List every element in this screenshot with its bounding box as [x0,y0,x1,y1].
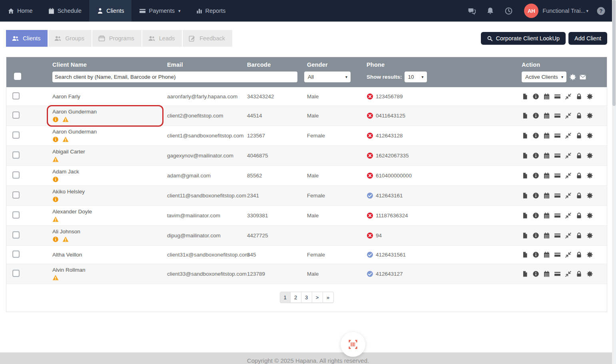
warning-icon[interactable] [62,236,69,243]
compress-icon[interactable] [565,192,572,199]
file-icon[interactable] [522,152,528,159]
page-3-button[interactable]: 3 [301,292,312,303]
calendar-icon[interactable] [543,251,550,258]
lock-icon[interactable] [576,271,582,277]
gear-icon[interactable] [586,192,593,199]
compress-icon[interactable] [565,271,572,277]
chat-icon[interactable] [462,7,481,15]
row-checkbox[interactable] [12,171,20,179]
info-icon[interactable] [532,132,539,139]
nav-payments[interactable]: Payments ▾ [132,0,188,22]
card-icon[interactable] [554,152,561,159]
calendar-icon[interactable] [543,132,550,139]
file-icon[interactable] [522,112,528,119]
next-page-button[interactable]: > [312,292,323,303]
lock-icon[interactable] [576,172,582,179]
calendar-icon[interactable] [543,172,550,179]
compress-icon[interactable] [565,212,572,219]
calendar-icon[interactable] [543,112,550,119]
info-icon[interactable] [532,212,539,219]
row-checkbox[interactable] [12,231,20,239]
page-2-button[interactable]: 2 [291,292,301,303]
nav-reports[interactable]: Reports [188,0,233,22]
clock-icon[interactable] [499,7,518,15]
tab-clients[interactable]: Clients [6,30,48,47]
client-name[interactable]: Adam Jack [52,169,161,175]
nav-home[interactable]: Home [0,0,40,22]
chevron-down-icon[interactable]: ▾ [586,8,588,14]
info-icon[interactable] [532,152,539,159]
last-page-button[interactable]: » [323,292,334,303]
tab-groups[interactable]: Groups [48,30,92,47]
tab-feedback[interactable]: Feedback [183,30,233,47]
client-name[interactable]: Alexander Doyle [52,209,161,215]
file-icon[interactable] [522,172,528,179]
row-checkbox[interactable] [12,251,20,258]
file-icon[interactable] [522,232,528,239]
gear-icon[interactable] [586,172,593,179]
account-name[interactable]: Functional Trai... [542,8,585,14]
warning-icon[interactable] [52,274,59,281]
search-input[interactable] [52,72,297,82]
info-icon[interactable] [52,176,59,183]
compress-icon[interactable] [565,172,572,179]
lock-icon[interactable] [576,232,582,239]
lock-icon[interactable] [576,93,582,100]
card-icon[interactable] [554,192,561,199]
calendar-icon[interactable] [543,232,550,239]
info-icon[interactable] [52,116,59,123]
file-icon[interactable] [522,132,528,139]
bell-icon[interactable] [481,7,499,15]
compress-icon[interactable] [565,152,572,159]
row-checkbox[interactable] [12,92,20,99]
mail-icon[interactable] [579,74,586,81]
warning-icon[interactable] [52,156,59,163]
lock-icon[interactable] [576,132,582,139]
gear-icon[interactable] [586,112,593,119]
client-name[interactable]: Aaron Gunderman [52,129,161,135]
add-client-button[interactable]: Add Client [568,32,607,45]
avatar[interactable]: AH [524,4,538,18]
warning-icon[interactable] [62,136,69,143]
show-results-select[interactable]: 10 ▾ [405,72,427,82]
info-icon[interactable] [52,196,59,203]
nav-clients[interactable]: Clients [89,0,132,22]
card-icon[interactable] [554,172,561,179]
card-icon[interactable] [554,212,561,219]
info-icon[interactable] [532,251,539,258]
client-name[interactable]: Abigail Carter [52,149,161,155]
lock-icon[interactable] [576,212,582,219]
gender-select[interactable]: All ▾ [304,72,351,82]
nav-schedule[interactable]: Schedule [40,0,89,22]
info-icon[interactable] [532,192,539,199]
gear-icon[interactable] [586,251,593,258]
row-checkbox[interactable] [12,270,20,277]
file-icon[interactable] [522,192,528,199]
calendar-icon[interactable] [543,271,550,277]
compress-icon[interactable] [565,232,572,239]
tab-leads[interactable]: Leads [142,30,183,47]
file-icon[interactable] [522,93,528,100]
compress-icon[interactable] [565,93,572,100]
info-icon[interactable] [52,136,59,143]
client-name[interactable]: Ali Johnson [52,229,161,235]
info-icon[interactable] [532,112,539,119]
gear-icon[interactable] [586,212,593,219]
card-icon[interactable] [554,112,561,119]
calendar-icon[interactable] [543,93,550,100]
file-icon[interactable] [522,271,528,277]
scrollbar-thumb[interactable] [612,0,616,106]
calendar-icon[interactable] [543,212,550,219]
info-icon[interactable] [532,232,539,239]
client-name[interactable]: Akiko Helsley [52,189,161,195]
file-icon[interactable] [522,251,528,258]
card-icon[interactable] [554,93,561,100]
file-icon[interactable] [522,212,528,219]
row-checkbox[interactable] [12,111,20,119]
barcode-scan-button[interactable] [341,332,365,357]
row-checkbox[interactable] [12,191,20,199]
card-icon[interactable] [554,251,561,258]
scrollbar[interactable] [612,0,616,364]
gear-icon[interactable] [586,93,593,100]
gear-icon[interactable] [569,74,576,81]
